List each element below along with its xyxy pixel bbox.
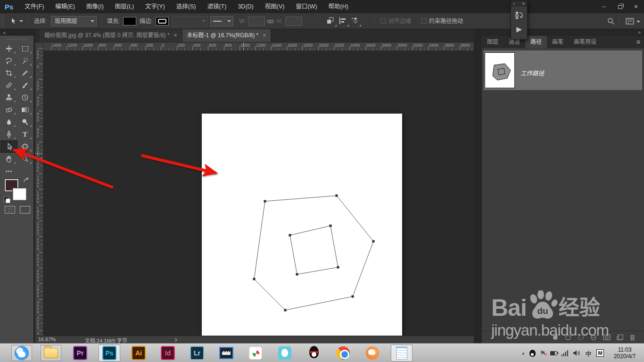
collapse-toolbar-icon[interactable]: « bbox=[3, 30, 6, 35]
menu-item[interactable]: 文件(F) bbox=[19, 0, 50, 13]
crop-tool[interactable] bbox=[1, 67, 17, 79]
taskbar-aijianji[interactable] bbox=[241, 344, 270, 362]
taskbar-lightroom[interactable]: Lr bbox=[182, 344, 212, 362]
gradient-tool[interactable] bbox=[17, 104, 33, 115]
search-icon[interactable] bbox=[607, 17, 615, 27]
select-mode-dropdown[interactable]: 现用图层 bbox=[51, 16, 97, 26]
path-anchor-point[interactable] bbox=[372, 240, 375, 243]
history-brush-tool[interactable] bbox=[17, 92, 33, 103]
taskbar-qq[interactable] bbox=[299, 344, 329, 362]
hand-tool[interactable] bbox=[1, 153, 17, 165]
taskbar-cheetah-browser[interactable] bbox=[358, 344, 387, 362]
chevron-down-icon[interactable] bbox=[636, 21, 640, 23]
taskbar-illustrator[interactable]: Ai bbox=[124, 344, 153, 362]
stroke-swatch[interactable] bbox=[156, 17, 169, 25]
menu-item[interactable]: 图层(L) bbox=[109, 0, 140, 13]
square-path[interactable] bbox=[290, 226, 338, 274]
menu-item[interactable]: 3D(D) bbox=[232, 0, 259, 13]
tray-clock[interactable]: 11:03 2020/4/7 bbox=[606, 346, 643, 360]
clone-stamp-tool[interactable] bbox=[1, 92, 17, 103]
hexagon-path[interactable] bbox=[254, 196, 373, 310]
make-work-path-icon[interactable] bbox=[590, 334, 597, 341]
panel-tab[interactable]: 路径 bbox=[525, 36, 547, 48]
panel-tab[interactable]: 图层 bbox=[482, 36, 504, 48]
path-anchor-point[interactable] bbox=[264, 200, 266, 203]
taskbar-file-explorer[interactable] bbox=[36, 344, 66, 362]
menu-item[interactable]: 帮助(H) bbox=[323, 0, 354, 13]
eyedropper-tool[interactable] bbox=[17, 67, 33, 79]
taskbar-indesign[interactable]: Id bbox=[153, 344, 182, 362]
panel-tab[interactable]: 画笔预设 bbox=[569, 36, 602, 48]
move-tool[interactable] bbox=[1, 43, 17, 54]
vertical-ruler[interactable]: 2000200400600800100012001400160018002000… bbox=[35, 42, 43, 336]
tray-language-badge[interactable]: M bbox=[594, 349, 606, 357]
background-color-swatch[interactable] bbox=[13, 188, 26, 200]
actions-panel-icon[interactable]: ▶ bbox=[516, 25, 522, 33]
stroke-type-dropdown[interactable] bbox=[210, 16, 233, 26]
status-options-chevron[interactable]: > bbox=[174, 336, 177, 344]
swap-colors-icon[interactable] bbox=[23, 177, 29, 185]
taskbar-photoshop[interactable]: Ps bbox=[95, 344, 124, 362]
taskbar-notepad[interactable] bbox=[387, 344, 416, 362]
blur-tool[interactable] bbox=[1, 116, 17, 128]
add-mask-icon[interactable] bbox=[603, 334, 611, 340]
work-path-row[interactable]: 工作路径 bbox=[484, 50, 642, 90]
height-field[interactable] bbox=[285, 16, 302, 26]
menu-item[interactable]: 窗口(W) bbox=[290, 0, 322, 13]
close-panel-icon[interactable]: ✕ bbox=[521, 1, 525, 6]
tray-expand-icon[interactable]: ▲ bbox=[520, 351, 527, 355]
menu-item[interactable]: 图像(I) bbox=[81, 0, 109, 13]
link-dimensions-icon[interactable] bbox=[267, 17, 274, 26]
path-anchor-point[interactable] bbox=[289, 234, 291, 237]
path-anchor-point[interactable] bbox=[336, 195, 338, 197]
menu-item[interactable]: 视图(V) bbox=[259, 0, 290, 13]
minimize-button[interactable]: ─ bbox=[596, 0, 612, 13]
close-button[interactable]: ✕ bbox=[628, 0, 644, 13]
dodge-tool[interactable] bbox=[17, 116, 33, 128]
collapse-panels-icon[interactable]: » bbox=[638, 29, 640, 35]
fill-path-icon[interactable] bbox=[552, 334, 559, 341]
taskbar-video-editor[interactable] bbox=[212, 344, 241, 362]
pen-tool[interactable] bbox=[1, 129, 17, 140]
zoom-level[interactable]: 16.67% bbox=[38, 337, 56, 342]
tray-ime-indicator[interactable]: 中 bbox=[583, 349, 594, 358]
taskbar-qq-browser[interactable] bbox=[7, 344, 36, 362]
tray-security-flag-icon[interactable]: ⚑✕ bbox=[537, 349, 548, 357]
custom-shape-tool[interactable] bbox=[17, 141, 33, 152]
document-page[interactable] bbox=[202, 114, 402, 362]
panel-tab[interactable]: 画笔 bbox=[547, 36, 569, 48]
quick-selection-tool[interactable] bbox=[17, 55, 33, 66]
menu-item[interactable]: 选择(S) bbox=[171, 0, 202, 13]
toolbar-grip[interactable] bbox=[8, 39, 26, 40]
path-operations-icon[interactable] bbox=[327, 17, 336, 25]
path-arrangement-icon[interactable] bbox=[351, 17, 361, 25]
more-tools-button[interactable]: ••• bbox=[1, 165, 17, 177]
close-tab-icon[interactable]: × bbox=[174, 29, 177, 42]
panel-menu-icon[interactable]: ≡ bbox=[636, 36, 640, 48]
menu-item[interactable]: 文字(Y) bbox=[140, 0, 171, 13]
path-thumbnail[interactable] bbox=[485, 52, 515, 88]
quick-mask-button[interactable] bbox=[5, 206, 15, 214]
brush-tool[interactable] bbox=[17, 80, 33, 91]
taskbar-tutu-app[interactable] bbox=[270, 344, 299, 362]
document-tab[interactable]: 未标题-1 @ 16.7%(RGB/8) *× bbox=[182, 29, 272, 42]
width-field[interactable] bbox=[248, 16, 265, 26]
close-tab-icon[interactable]: × bbox=[263, 29, 266, 42]
delete-path-icon[interactable] bbox=[629, 334, 636, 341]
path-anchor-point[interactable] bbox=[296, 273, 298, 276]
workspace-switcher-icon[interactable] bbox=[626, 18, 634, 26]
stroke-path-icon[interactable] bbox=[565, 334, 571, 341]
rectangular-marquee-tool[interactable] bbox=[17, 43, 33, 54]
document-tab[interactable]: 婚纱抠图.jpg @ 37.4% (图层 0 拷贝, 图层蒙版/8) *× bbox=[40, 29, 182, 42]
expand-panel-icon[interactable]: » bbox=[513, 1, 514, 6]
path-anchor-point[interactable] bbox=[253, 278, 256, 280]
tray-volume-icon[interactable] bbox=[570, 350, 583, 356]
screen-mode-button[interactable] bbox=[20, 206, 30, 214]
fill-swatch[interactable] bbox=[123, 17, 136, 25]
zoom-tool[interactable] bbox=[17, 153, 33, 165]
path-anchor-point[interactable] bbox=[330, 225, 332, 227]
tray-qq-icon[interactable] bbox=[527, 350, 537, 357]
path-anchor-point[interactable] bbox=[337, 266, 339, 269]
eraser-tool[interactable] bbox=[1, 104, 17, 115]
tool-preset-icon[interactable] bbox=[9, 17, 17, 25]
